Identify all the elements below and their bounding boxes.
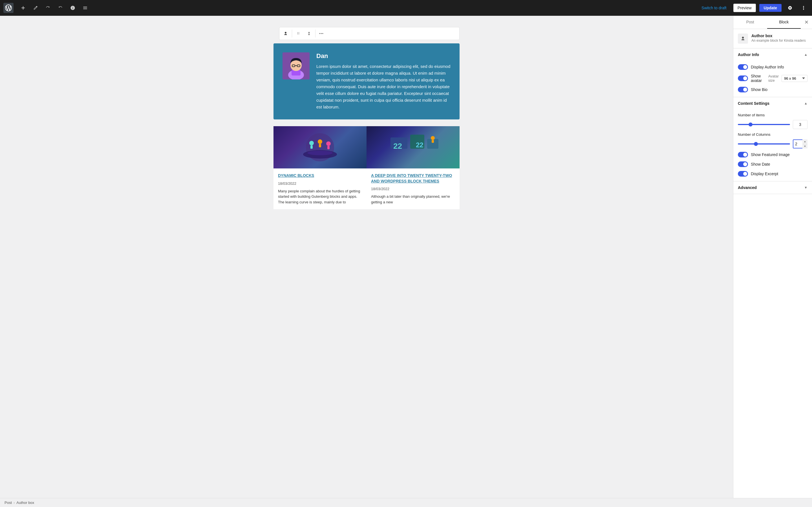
- block-type-button[interactable]: [281, 29, 291, 39]
- advanced-panel: Advanced ▼: [733, 181, 812, 194]
- posts-grid: DYNAMIC BLOCKS 18/03/2022 Many people co…: [273, 126, 460, 209]
- author-info-title: Author Info: [738, 52, 759, 57]
- advanced-chevron: ▼: [804, 186, 808, 189]
- num-items-label: Number of items: [738, 113, 808, 117]
- more-options-button[interactable]: [799, 3, 809, 13]
- arrows-up-down-icon: [306, 31, 312, 36]
- svg-rect-14: [327, 146, 329, 149]
- post-excerpt-2: Although a bit later than originally pla…: [371, 194, 455, 205]
- author-header: Dan Lorem ipsum dolor sit amet, consecte…: [283, 52, 451, 110]
- wp-logo-icon: [5, 4, 12, 11]
- author-box-icon: [740, 36, 746, 41]
- author-bio: Lorem ipsum dolor sit amet, consectetur …: [316, 63, 451, 110]
- toolbar-divider-2: [315, 30, 315, 38]
- redo-button[interactable]: [55, 3, 65, 13]
- svg-point-9: [309, 141, 314, 145]
- post-card-1: DYNAMIC BLOCKS 18/03/2022 Many people co…: [273, 126, 366, 209]
- info-button[interactable]: [68, 3, 78, 13]
- svg-rect-22: [432, 140, 434, 143]
- show-bio-toggle[interactable]: [738, 87, 748, 93]
- status-bar: Post › Author box: [0, 498, 812, 507]
- add-block-button[interactable]: [18, 3, 28, 13]
- move-up-down-button[interactable]: [304, 29, 314, 39]
- post-title-1: DYNAMIC BLOCKS: [278, 173, 362, 179]
- show-date-toggle[interactable]: [738, 161, 748, 167]
- post-image-1-svg: [273, 126, 366, 168]
- num-columns-slider-row: ▲ ▼: [738, 139, 808, 149]
- show-featured-image-toggle[interactable]: [738, 152, 748, 158]
- author-name: Dan: [316, 52, 451, 60]
- breadcrumb-separator: ›: [13, 501, 15, 505]
- display-author-info-toggle[interactable]: [738, 64, 748, 70]
- svg-rect-10: [310, 145, 313, 149]
- num-columns-spin-wrapper: ▲ ▼: [793, 139, 808, 149]
- num-items-slider-row: [738, 120, 808, 129]
- edit-button[interactable]: [31, 3, 41, 13]
- content-settings-header[interactable]: Content Settings ▲: [733, 97, 812, 110]
- show-avatar-toggle[interactable]: [738, 75, 748, 81]
- info-icon: [70, 5, 75, 10]
- drag-handle[interactable]: [293, 29, 303, 39]
- editor-area: Dan Lorem ipsum dolor sit amet, consecte…: [0, 16, 733, 498]
- show-avatar-label: Show avatar: [751, 74, 763, 83]
- list-view-button[interactable]: [80, 3, 90, 13]
- svg-rect-12: [319, 144, 321, 147]
- content-settings-title: Content Settings: [738, 101, 769, 106]
- update-button[interactable]: Update: [759, 4, 781, 12]
- person-icon: [283, 31, 288, 36]
- svg-point-15: [307, 151, 333, 155]
- post-image-1: [273, 126, 366, 168]
- breadcrumb-post: Post: [4, 501, 12, 505]
- ellipsis-icon: [319, 31, 324, 36]
- settings-button[interactable]: [785, 3, 795, 13]
- post-image-2-svg: 22 22: [366, 126, 460, 168]
- show-featured-image-label: Show Featured Image: [751, 152, 790, 157]
- pencil-icon: [33, 5, 38, 10]
- svg-point-21: [431, 136, 435, 140]
- show-avatar-row: Show avatar Avatar size 96 x 96 48 x 48 …: [738, 74, 808, 83]
- block-info-text: Author box An example block for Kinsta r…: [751, 34, 806, 43]
- toolbar-right: Switch to draft Preview Update: [698, 3, 809, 13]
- tab-block[interactable]: Block: [767, 16, 801, 29]
- block-toolbar: [279, 27, 460, 40]
- show-date-label: Show Date: [751, 162, 770, 166]
- undo-icon: [45, 5, 50, 10]
- breadcrumb-author-box: Author box: [16, 501, 34, 505]
- display-excerpt-toggle[interactable]: [738, 171, 748, 177]
- num-items-input[interactable]: [793, 120, 808, 129]
- toolbar-divider: [292, 30, 292, 38]
- svg-point-13: [326, 142, 331, 146]
- svg-text:22: 22: [416, 141, 423, 149]
- spin-down-button[interactable]: ▼: [802, 144, 808, 149]
- avatar-size-select[interactable]: 96 x 96 48 x 48 72 x 72 128 x 128: [781, 75, 808, 82]
- preview-button[interactable]: Preview: [733, 4, 756, 12]
- wp-logo[interactable]: [3, 3, 13, 13]
- author-block: Dan Lorem ipsum dolor sit amet, consecte…: [273, 43, 460, 119]
- post-date-2: 18/03/2022: [371, 187, 455, 191]
- switch-to-draft-button[interactable]: Switch to draft: [698, 4, 730, 12]
- spin-up-button[interactable]: ▲: [802, 139, 808, 144]
- post-card-2: 22 22 A DEEP DIVE INTO TWENTY TWENTY-TWO…: [366, 126, 460, 209]
- num-columns-label: Number of Columns: [738, 132, 808, 136]
- more-options-icon: [801, 5, 806, 11]
- tab-post[interactable]: Post: [733, 16, 767, 29]
- author-info-content: Display Author Info Show avatar Avatar s…: [733, 61, 812, 97]
- undo-button[interactable]: [43, 3, 53, 13]
- post-content-2: A DEEP DIVE INTO TWENTY TWENTY-TWO AND W…: [366, 168, 460, 209]
- num-items-slider[interactable]: [738, 124, 790, 125]
- num-columns-slider[interactable]: [738, 144, 790, 145]
- spin-buttons: ▲ ▼: [802, 139, 808, 149]
- sidebar-tabs: Post Block ✕: [733, 16, 812, 29]
- advanced-title: Advanced: [738, 185, 757, 190]
- show-bio-row: Show Bio: [738, 87, 808, 93]
- author-info-panel-header[interactable]: Author Info ▲: [733, 48, 812, 61]
- advanced-panel-header[interactable]: Advanced ▼: [733, 181, 812, 194]
- author-content: Dan Lorem ipsum dolor sit amet, consecte…: [316, 52, 451, 110]
- post-title-2: A DEEP DIVE INTO TWENTY TWENTY-TWO AND W…: [371, 173, 455, 184]
- content-settings-chevron: ▲: [804, 101, 808, 105]
- more-block-options-button[interactable]: [317, 29, 327, 39]
- drag-icon: [296, 31, 301, 36]
- author-info-chevron: ▲: [804, 53, 808, 57]
- block-info-desc: An example block for Kinsta readers: [751, 39, 806, 43]
- sidebar-close-button[interactable]: ✕: [801, 17, 812, 28]
